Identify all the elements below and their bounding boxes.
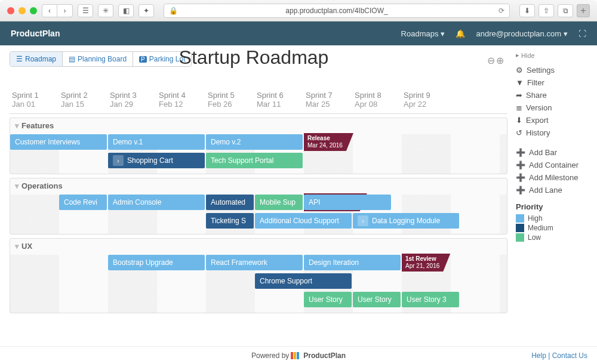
roadmap-bar[interactable]: Customer Interviews xyxy=(10,134,107,150)
roadmap-bar[interactable]: Design Iteration xyxy=(304,255,401,270)
help-link[interactable]: Help xyxy=(531,351,546,360)
roadmap-bar[interactable]: Chrome Support xyxy=(255,273,352,289)
sidebar-share[interactable]: ➦Share xyxy=(516,89,589,101)
sprint-date: Apr 08 xyxy=(355,100,399,109)
bar-label: Mobile Sup xyxy=(260,198,296,206)
zoom-in-button[interactable]: ⊕ xyxy=(496,55,504,66)
reload-icon[interactable]: ⟳ xyxy=(498,7,504,15)
new-tab-button[interactable]: + xyxy=(577,4,590,17)
roadmap-bar[interactable]: React Framework xyxy=(206,255,303,270)
lane-header[interactable]: ▾Features xyxy=(10,118,507,133)
roadmap-bar[interactable]: Bootstrap Upgrade xyxy=(108,255,205,270)
sprint-date: Feb 12 xyxy=(159,100,203,109)
sidebar-add-lane[interactable]: ➕Add Lane xyxy=(516,184,589,196)
extension-button-1[interactable]: ✳︎ xyxy=(98,4,113,17)
forward-button[interactable]: › xyxy=(57,4,73,17)
plus-icon: ➕ xyxy=(516,148,525,157)
bar-label: Automated xyxy=(211,198,245,206)
notifications-icon[interactable]: 🔔 xyxy=(456,29,465,38)
lane-operations: ▾OperationsQuarterly ReviewMar 24, 2016C… xyxy=(10,178,507,235)
roadmap-bar[interactable]: User Story xyxy=(353,292,401,307)
legend-medium: Medium xyxy=(516,223,589,233)
tabs-button[interactable]: ⧉ xyxy=(558,4,573,17)
nav-buttons: ‹ › xyxy=(42,4,73,17)
lane-body: Quarterly ReviewMar 24, 2016Code ReviAdm… xyxy=(10,195,507,234)
roadmap-bar[interactable]: Code Revi xyxy=(59,195,107,210)
bar-label: User Story xyxy=(358,295,392,304)
chevron-down-icon: ▾ xyxy=(564,29,568,38)
lane-header[interactable]: ▾Operations xyxy=(10,178,507,193)
expand-icon[interactable]: › xyxy=(113,155,124,166)
sprint-name: Sprint 6 xyxy=(257,91,301,100)
sprint-name: Sprint 2 xyxy=(61,91,105,100)
plus-icon: ➕ xyxy=(516,186,525,195)
sprint-name: Sprint 1 xyxy=(12,91,56,100)
lane-title: UX xyxy=(21,242,32,251)
extension-button-3[interactable]: ✦ xyxy=(139,4,154,17)
roadmap-bar[interactable]: Automated xyxy=(206,195,254,210)
main-panel: ☰Roadmap ▤Planning Board PParking Lot St… xyxy=(0,45,507,346)
roadmap-bar[interactable]: Tech Support Portal xyxy=(206,153,303,168)
footer-brand[interactable]: ProductPlan xyxy=(303,351,346,360)
extension-button-2[interactable]: ◧ xyxy=(118,4,134,17)
download-button[interactable]: ⬇ xyxy=(519,4,535,17)
lane-header[interactable]: ▾UX xyxy=(10,239,507,254)
sprint-column: Sprint 6Mar 11 xyxy=(254,88,303,113)
user-menu[interactable]: andre@productplan.com ▾ xyxy=(476,29,568,38)
board-icon: ▤ xyxy=(69,55,75,63)
sidebar-add-milestone[interactable]: ➕Add Milestone xyxy=(516,171,589,184)
nav-roadmaps[interactable]: Roadmaps ▾ xyxy=(401,29,445,38)
roadmap-bar[interactable]: ›Data Logging Module xyxy=(353,213,459,229)
roadmap-bar[interactable]: Demo v.2 xyxy=(206,134,303,150)
sprint-column: Sprint 4Feb 12 xyxy=(156,88,205,113)
sprint-name: Sprint 7 xyxy=(306,91,350,100)
sprint-date: Jan 15 xyxy=(61,100,105,109)
url-text: app.productplan.com/4IbCIOW_ xyxy=(285,7,387,15)
view-tabs: ☰Roadmap ▤Planning Board PParking Lot xyxy=(10,51,192,67)
bar-label: Data Logging Module xyxy=(372,217,440,225)
roadmap-bar[interactable]: Admin Console xyxy=(108,195,205,210)
expand-icon[interactable]: › xyxy=(358,215,368,226)
hide-panel-button[interactable]: ▸ Hide xyxy=(516,51,589,59)
sprint-date: Jan 29 xyxy=(110,100,154,109)
minimize-window-icon[interactable] xyxy=(19,7,26,14)
lanes: ▾FeaturesReleaseMar 24, 2016Customer Int… xyxy=(10,118,507,313)
sidebar-export[interactable]: ⬇Export xyxy=(516,114,589,127)
roadmap-bar[interactable]: ›Shopping Cart xyxy=(108,153,205,168)
lane-ux: ▾UX1st ReviewApr 21, 2016Bootstrap Upgra… xyxy=(10,238,507,313)
tab-roadmap[interactable]: ☰Roadmap xyxy=(10,52,63,66)
sidebar-settings[interactable]: ⚙Settings xyxy=(516,64,589,76)
sidebar-add-container[interactable]: ➕Add Container xyxy=(516,159,589,171)
roadmap-bar[interactable]: Mobile Sup xyxy=(255,195,303,210)
sidebar-toggle-button[interactable]: ☰ xyxy=(78,4,93,17)
zoom-out-button[interactable]: ⊖ xyxy=(487,55,495,66)
sidebar-filter[interactable]: ▼Filter xyxy=(516,76,589,89)
close-window-icon[interactable] xyxy=(7,7,14,14)
roadmap-bar[interactable]: Additional Cloud Support xyxy=(255,213,352,229)
sidebar-version[interactable]: ≣Version xyxy=(516,101,589,114)
url-bar[interactable]: 🔒 app.productplan.com/4IbCIOW_ ⟳ xyxy=(164,4,510,18)
legend-low: Low xyxy=(516,233,589,242)
plus-icon: ➕ xyxy=(516,173,525,182)
tab-planning-board[interactable]: ▤Planning Board xyxy=(63,52,133,66)
gear-icon: ⚙ xyxy=(516,66,523,75)
sprint-name: Sprint 3 xyxy=(110,91,154,100)
powered-by-text: Powered by xyxy=(251,351,289,360)
bar-label: Ticketing S xyxy=(211,217,246,225)
brand-logo[interactable]: ProductPlan xyxy=(11,29,60,38)
back-button[interactable]: ‹ xyxy=(42,4,57,17)
bar-label: User Story 3 xyxy=(407,295,447,304)
contact-link[interactable]: Contact Us xyxy=(552,351,587,360)
fullscreen-icon[interactable]: ⛶ xyxy=(578,29,586,38)
sidebar-add-bar[interactable]: ➕Add Bar xyxy=(516,146,589,159)
roadmap-bar[interactable]: Ticketing S xyxy=(206,213,254,229)
share-button[interactable]: ⇧ xyxy=(538,4,554,17)
roadmap-bar[interactable]: Demo v.1 xyxy=(108,134,205,150)
roadmap-bar[interactable]: User Story xyxy=(304,292,352,307)
lane-row: Bootstrap UpgradeReact FrameworkDesign I… xyxy=(10,255,507,272)
legend-high: High xyxy=(516,214,589,223)
roadmap-bar[interactable]: User Story 3 xyxy=(402,292,459,307)
roadmap-bar[interactable]: API xyxy=(304,195,391,210)
sidebar-history[interactable]: ↺History xyxy=(516,127,589,139)
maximize-window-icon[interactable] xyxy=(30,7,37,14)
